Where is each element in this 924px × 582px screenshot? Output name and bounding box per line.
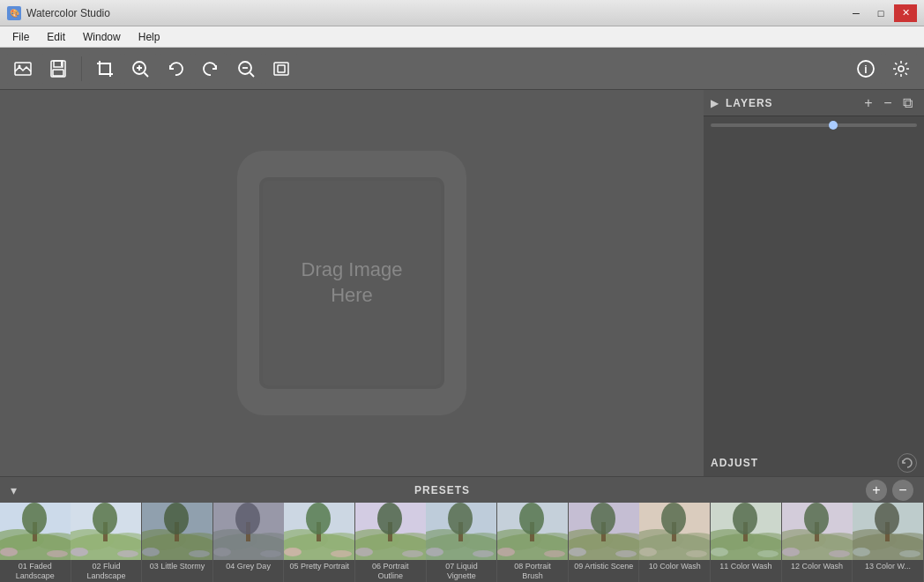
svg-text:i: i: [864, 63, 867, 75]
preset-thumb-08: [497, 503, 568, 560]
remove-layer-button[interactable]: −: [878, 93, 898, 113]
preset-thumb-02: [71, 503, 141, 560]
svg-rect-73: [355, 503, 426, 560]
app-icon: 🎨: [7, 6, 21, 20]
presets-title: PRESETS: [24, 484, 861, 496]
svg-rect-93: [497, 503, 568, 560]
save-button[interactable]: [42, 53, 74, 85]
layers-panel: ▶ LAYERS + − ⧉ ADJUST: [704, 90, 924, 476]
preset-thumb-11: [711, 503, 781, 560]
preset-item-10[interactable]: 10 Color Wash: [639, 503, 711, 582]
svg-rect-133: [782, 503, 853, 560]
layers-header: ▶ LAYERS + − ⧉: [704, 90, 924, 116]
preset-thumb-03: [142, 503, 212, 560]
svg-rect-9: [274, 63, 288, 75]
svg-rect-123: [711, 503, 781, 560]
minimize-button[interactable]: ─: [845, 4, 868, 22]
titlebar: 🎨 Watercolor Studio ─ □ ✕: [0, 0, 924, 26]
adjust-reset-button[interactable]: [898, 453, 917, 473]
layers-opacity-slider[interactable]: [711, 123, 917, 127]
remove-preset-button[interactable]: −: [892, 480, 913, 501]
fit-screen-button[interactable]: [265, 53, 297, 85]
svg-rect-5: [61, 62, 63, 66]
zoom-in-button[interactable]: [124, 53, 156, 85]
preset-label-07: 07 LiquidVignette: [443, 560, 480, 581]
preset-thumb-07: [426, 503, 496, 560]
add-layer-button[interactable]: +: [859, 93, 878, 113]
preset-label-06: 06 PortraitOutline: [370, 560, 411, 581]
preset-item-07[interactable]: 07 LiquidVignette: [427, 503, 498, 582]
adjust-header: ADJUST: [704, 450, 924, 476]
settings-button[interactable]: [885, 53, 917, 85]
preset-item-13[interactable]: 13 Color W...: [853, 503, 924, 582]
preset-item-02[interactable]: 02 FluidLandscape: [71, 503, 143, 582]
canvas-area[interactable]: Drag ImageHere: [0, 90, 704, 476]
maximize-button[interactable]: □: [869, 4, 892, 22]
preset-label-04: 04 Grey Day: [224, 560, 272, 571]
toolbar: i: [0, 48, 924, 90]
menu-file[interactable]: File: [4, 26, 38, 47]
menubar: File Edit Window Help: [0, 26, 924, 48]
svg-rect-10: [278, 65, 285, 72]
svg-rect-103: [569, 503, 639, 560]
drop-zone-inner: Drag ImageHere: [259, 177, 444, 389]
toolbar-separator-1: [81, 56, 82, 81]
info-button[interactable]: i: [850, 53, 882, 85]
svg-rect-53: [213, 503, 284, 560]
crop-button[interactable]: [89, 53, 121, 85]
add-preset-button[interactable]: +: [866, 480, 887, 501]
menu-window[interactable]: Window: [74, 26, 130, 47]
layers-content: [704, 116, 924, 450]
preset-label-03: 03 Little Stormy: [148, 560, 207, 571]
close-button[interactable]: ✕: [894, 4, 917, 22]
preset-thumb-12: [782, 503, 853, 560]
preset-thumb-05: [284, 503, 354, 560]
preset-item-08[interactable]: 08 PortraitBrush: [497, 503, 569, 582]
preset-label-13: 13 Color W...: [863, 560, 913, 571]
preset-label-10: 10 Color Wash: [647, 560, 703, 571]
preset-label-12: 12 Color Wash: [789, 560, 845, 571]
zoom-out-button[interactable]: [230, 53, 262, 85]
presets-bar: ▾ PRESETS + −: [0, 476, 924, 503]
rotate-left-button[interactable]: [160, 53, 191, 85]
svg-rect-63: [284, 503, 354, 560]
menu-help[interactable]: Help: [130, 26, 169, 47]
layers-title: LAYERS: [726, 97, 859, 109]
preset-label-09: 09 Artistic Scene: [572, 560, 635, 571]
preset-item-09[interactable]: 09 Artistic Scene: [569, 503, 640, 582]
svg-rect-143: [853, 503, 923, 560]
preset-thumb-13: [853, 503, 923, 560]
preset-thumb-09: [569, 503, 639, 560]
svg-rect-43: [142, 503, 212, 560]
preset-thumb-04: [213, 503, 284, 560]
preset-item-01[interactable]: 01 FadedLandscape: [0, 503, 71, 582]
svg-point-1: [19, 64, 21, 67]
preset-label-01: 01 FadedLandscape: [14, 560, 56, 581]
preset-item-06[interactable]: 06 PortraitOutline: [355, 503, 427, 582]
open-image-button[interactable]: [7, 53, 39, 85]
app-title: Watercolor Studio: [26, 7, 110, 19]
layers-opacity-row: [704, 116, 924, 134]
preset-item-12[interactable]: 12 Color Wash: [782, 503, 853, 582]
preset-item-11[interactable]: 11 Color Wash: [711, 503, 782, 582]
preset-item-05[interactable]: 05 Pretty Portrait: [284, 503, 355, 582]
svg-rect-33: [71, 503, 141, 560]
presets-collapse-icon[interactable]: ▾: [11, 483, 17, 497]
rotate-right-button[interactable]: [195, 53, 227, 85]
preset-item-03[interactable]: 03 Little Stormy: [142, 503, 213, 582]
preset-label-11: 11 Color Wash: [718, 560, 773, 571]
preset-label-08: 08 PortraitBrush: [512, 560, 553, 581]
main-content: Drag ImageHere ▶ LAYERS + − ⧉ ADJUST: [0, 90, 924, 476]
drop-zone[interactable]: Drag ImageHere: [237, 151, 466, 415]
svg-rect-23: [0, 503, 71, 560]
preset-label-05: 05 Pretty Portrait: [287, 560, 351, 571]
preset-thumb-06: [355, 503, 426, 560]
duplicate-layer-button[interactable]: ⧉: [898, 93, 917, 113]
preset-label-02: 02 FluidLandscape: [85, 560, 127, 581]
presets-strip: 01 FadedLandscape 02 FluidLandscape: [0, 503, 924, 582]
layers-collapse-icon[interactable]: ▶: [711, 97, 719, 109]
svg-rect-113: [639, 503, 710, 560]
preset-item-04[interactable]: 04 Grey Day: [213, 503, 285, 582]
svg-rect-83: [426, 503, 496, 560]
menu-edit[interactable]: Edit: [38, 26, 74, 47]
